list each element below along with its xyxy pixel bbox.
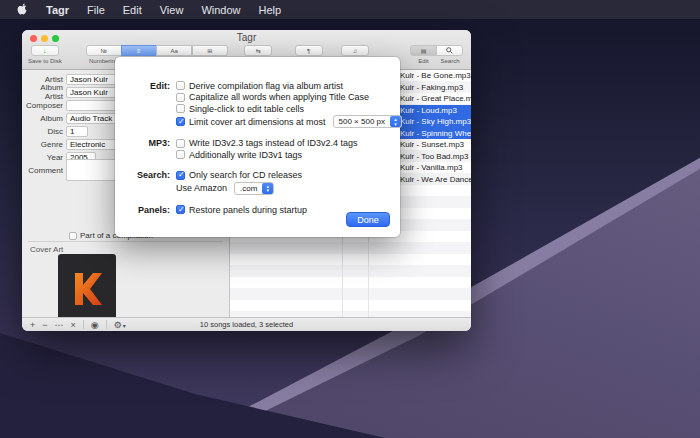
- write-id3v1-checkbox[interactable]: [176, 150, 185, 159]
- numbering-icon: №: [100, 48, 106, 54]
- minimize-window-button[interactable]: [41, 35, 48, 42]
- mp3-section-label: MP3:: [115, 138, 170, 148]
- edit-section-label: Edit:: [115, 81, 170, 91]
- search-icon: [446, 47, 453, 54]
- limit-cover-art-checkbox[interactable]: [176, 117, 185, 126]
- genre-label: Genre: [22, 140, 63, 149]
- use-amazon-label: Use Amazon: [176, 183, 227, 193]
- divider: [106, 320, 107, 329]
- composer-label: Composer: [22, 101, 63, 110]
- menu-help[interactable]: Help: [250, 4, 291, 16]
- apple-menu[interactable]: [8, 3, 37, 16]
- stepper-icon: [390, 116, 401, 127]
- zoom-window-button[interactable]: [52, 35, 59, 42]
- cover-art-image[interactable]: [58, 254, 116, 317]
- preview-eye-button[interactable]: ◉: [91, 320, 99, 330]
- gear-icon: ⚙: [114, 320, 122, 330]
- derive-compilation-checkbox[interactable]: [176, 81, 185, 90]
- traffic-lights: [30, 35, 59, 42]
- clear-button[interactable]: ×: [71, 320, 76, 330]
- remove-song-button[interactable]: −: [42, 320, 47, 330]
- menu-edit[interactable]: Edit: [114, 4, 151, 16]
- menu-file[interactable]: File: [78, 4, 114, 16]
- compilation-checkbox[interactable]: [69, 232, 77, 240]
- year-label: Year: [22, 153, 63, 162]
- cover-size-dropdown[interactable]: 500 × 500 px: [333, 115, 402, 128]
- gear-menu-button[interactable]: ⚙▾: [114, 320, 126, 330]
- cd-releases-checkbox[interactable]: [176, 171, 185, 180]
- stepper-icon: [262, 183, 273, 194]
- save-to-disk-button[interactable]: ↓ Save to Disk: [28, 45, 62, 64]
- divider: [83, 320, 84, 329]
- edit-panel-icon: ▤: [421, 47, 427, 54]
- chevron-down-icon: ▾: [123, 323, 126, 329]
- edit-panel-button[interactable]: ▤ Edit: [410, 45, 437, 64]
- menu-window[interactable]: Window: [192, 4, 249, 16]
- menu-bar: Tagr File Edit View Window Help: [0, 0, 700, 19]
- capitalization-icon: Aa: [171, 48, 178, 54]
- status-bar: + − ⋯ × ◉ ⚙▾ 10 songs loaded, 3 selected: [22, 317, 471, 331]
- single-click-edit-checkbox[interactable]: [176, 104, 185, 113]
- status-text: 10 songs loaded, 3 selected: [200, 320, 293, 329]
- menu-view[interactable]: View: [151, 4, 193, 16]
- done-button[interactable]: Done: [346, 212, 390, 227]
- comment-label: Comment: [22, 166, 63, 175]
- divider: [28, 241, 223, 242]
- extract-tags-icon: ⇆: [256, 47, 261, 54]
- capitalize-words-checkbox[interactable]: [176, 93, 185, 102]
- cover-art-label: Cover Art: [30, 245, 63, 254]
- itunes-note-icon: ♫: [353, 48, 358, 54]
- all-in-one-icon: ⊞: [207, 47, 212, 54]
- write-id3v23-checkbox[interactable]: [176, 139, 185, 148]
- disc-input[interactable]: 1: [66, 126, 88, 137]
- add-song-button[interactable]: +: [30, 320, 35, 330]
- search-panel-button[interactable]: Search: [437, 45, 463, 64]
- disc-label: Disc: [22, 127, 63, 136]
- panel-segmented-group: ▤ Edit Search: [410, 45, 463, 64]
- album-label: Album: [22, 114, 63, 123]
- tagr-logo-icon: [69, 269, 105, 309]
- save-icon: ↓: [43, 47, 47, 54]
- close-window-button[interactable]: [30, 35, 37, 42]
- menu-app-name[interactable]: Tagr: [37, 4, 78, 16]
- restore-panels-checkbox[interactable]: [176, 205, 185, 214]
- more-options-button[interactable]: ⋯: [55, 320, 64, 330]
- preferences-popover: Edit: Derive compilation flag via album …: [115, 57, 400, 237]
- lyrics-icon: ¶: [307, 48, 310, 54]
- amazon-tld-dropdown[interactable]: .com: [234, 182, 274, 195]
- apple-icon: [17, 3, 28, 16]
- search-section-label: Search:: [115, 170, 170, 180]
- panels-section-label: Panels:: [115, 205, 170, 215]
- file-naming-icon: ≡: [137, 48, 141, 54]
- window-title: Tagr: [22, 32, 471, 43]
